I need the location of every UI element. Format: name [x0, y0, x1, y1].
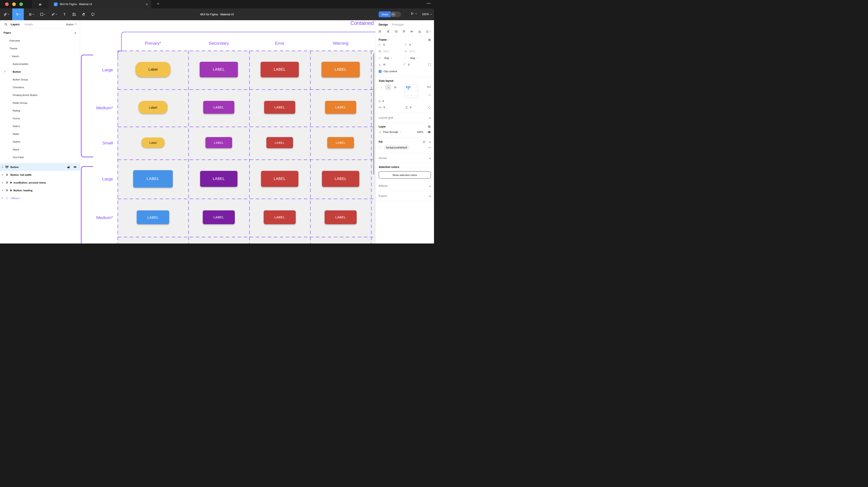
home-button[interactable] — [32, 0, 49, 8]
sidebar-page-radio-group[interactable]: Radio Group — [0, 99, 80, 107]
independent-corners-icon[interactable] — [428, 63, 431, 66]
button-sample[interactable]: LABEL — [200, 171, 238, 187]
sidebar-page-button-group[interactable]: Button Group — [0, 75, 80, 83]
unlock-icon[interactable] — [67, 165, 70, 168]
tidy-up-icon[interactable] — [426, 30, 431, 33]
checkbox-checked-icon[interactable]: ✓ — [379, 70, 381, 73]
hand-tool-button[interactable] — [80, 8, 88, 20]
new-tab-button[interactable]: + — [157, 2, 159, 6]
remove-auto-layout-button[interactable]: — — [428, 93, 431, 96]
sidebar-page-overview[interactable]: Overview — [0, 37, 80, 44]
eye-icon[interactable] — [428, 131, 431, 133]
button-sample[interactable]: LABEL — [260, 62, 299, 77]
sidebar-page-text-field[interactable]: Text Field — [0, 153, 80, 161]
disclosure-triangle-icon[interactable] — [2, 190, 3, 191]
shrink-icon[interactable] — [428, 38, 431, 41]
tab-prototype[interactable]: Prototype — [392, 23, 404, 26]
tab-design[interactable]: Design — [379, 23, 388, 26]
gap-field[interactable]: ]|[ 0 — [379, 98, 431, 104]
button-sample[interactable]: LABEL — [203, 101, 234, 114]
clip-content-row[interactable]: ✓ Clip content — [379, 68, 431, 75]
sidebar-page-button[interactable]: ✓Button — [0, 68, 80, 75]
zoom-level-dropdown[interactable]: 181% — [422, 13, 432, 16]
button-sample[interactable]: LABEL — [266, 137, 293, 148]
sidebar-page-stack[interactable]: Stack — [0, 145, 80, 153]
disclosure-triangle-icon[interactable] — [2, 174, 3, 176]
rotation-field[interactable]: 0° — [379, 63, 404, 66]
layer-row-iconbutton-account-menu[interactable]: IconButton: account menu — [0, 178, 80, 186]
frame-section-title[interactable]: Frame — [379, 38, 386, 41]
fill-color-swatch[interactable] — [379, 146, 382, 149]
sidebar-page-slider[interactable]: Slider — [0, 130, 80, 138]
sidebar-page-floating-action-button[interactable]: Floating Action Button — [0, 91, 80, 99]
align-vertical-center-icon[interactable] — [410, 30, 413, 33]
sidebar-page-theme[interactable]: Theme — [0, 44, 80, 52]
disclosure-triangle-icon[interactable] — [2, 182, 3, 184]
comment-tool-button[interactable] — [89, 8, 97, 20]
tab-layers[interactable]: Layers — [11, 23, 20, 26]
add-page-button[interactable]: + — [74, 31, 76, 35]
button-sample[interactable]: LABEL — [325, 101, 356, 114]
actions-tool-button[interactable] — [70, 8, 78, 20]
button-sample[interactable]: LABEL — [203, 210, 235, 224]
add-fill-button[interactable]: + — [429, 140, 431, 144]
button-sample[interactable]: LABEL — [261, 171, 299, 187]
independent-padding-icon[interactable] — [428, 106, 431, 109]
sidebar-page-switch[interactable]: Switch — [0, 138, 80, 145]
width-field[interactable]: 4541 — [383, 50, 389, 53]
vertical-padding-field[interactable]: 0 — [405, 106, 426, 109]
present-button[interactable] — [411, 12, 417, 15]
pen-tool-button[interactable] — [49, 8, 59, 20]
show-selection-colors-button[interactable]: Show selection colors — [379, 171, 431, 178]
button-sample[interactable]: LABEL — [264, 210, 296, 224]
remove-fill-button[interactable]: — — [428, 146, 431, 149]
align-left-icon[interactable] — [379, 30, 382, 33]
sidebar-page-select[interactable]: Select — [0, 122, 80, 130]
button-sample[interactable]: LABEL — [264, 101, 295, 114]
move-tool-button[interactable] — [12, 8, 24, 20]
y-field[interactable]: 0 — [409, 43, 411, 46]
chevron-down-icon[interactable] — [388, 39, 390, 40]
button-sample[interactable]: Label — [138, 101, 167, 114]
canvas[interactable]: Contained Primary* Secondary Error Warni… — [80, 20, 375, 244]
apply-styles-icon[interactable] — [423, 141, 426, 143]
horizontal-padding-field[interactable]: 0 — [379, 106, 403, 109]
window-zoom-button[interactable] — [19, 2, 23, 6]
align-horizontal-center-icon[interactable] — [386, 30, 390, 33]
button-sample[interactable]: LABEL — [321, 62, 360, 77]
text-tool-button[interactable]: T — [60, 8, 68, 20]
sidebar-page-autocomplete[interactable]: Autocomplete — [0, 60, 80, 68]
window-overflow-icon[interactable]: ••• — [427, 2, 431, 5]
button-sample[interactable]: Label — [135, 62, 170, 77]
fill-style-chip[interactable]: background/default — [384, 145, 409, 150]
dev-mode-toggle[interactable]: </> — [391, 11, 401, 17]
search-icon[interactable] — [4, 23, 7, 26]
layout-vertical-button[interactable]: ↓ — [379, 84, 384, 90]
window-minimize-button[interactable] — [12, 2, 16, 6]
frame-title[interactable]: Contained — [350, 20, 374, 26]
sidebar-page-inputs[interactable]: ↓Inputs — [0, 52, 80, 60]
figma-menu-button[interactable] — [2, 8, 11, 20]
tab-close-icon[interactable]: ✕ — [146, 3, 148, 6]
button-sample[interactable]: LABEL — [133, 170, 173, 188]
disclosure-triangle-icon[interactable] — [2, 166, 3, 168]
align-bottom-icon[interactable] — [418, 30, 421, 33]
sidebar-page-forms[interactable]: Forms — [0, 115, 80, 122]
button-sample[interactable]: LABEL — [322, 171, 359, 187]
add-stroke-button[interactable]: + — [429, 156, 431, 160]
button-sample[interactable]: LABEL — [206, 137, 232, 148]
canvas-scrollbar[interactable] — [373, 54, 374, 175]
opacity-field[interactable]: 100% — [417, 131, 423, 133]
alignment-widget[interactable] — [404, 84, 418, 98]
sidebar-page-rating[interactable]: Rating — [0, 107, 80, 115]
button-sample[interactable]: Label — [142, 137, 164, 148]
x-field[interactable]: 0 — [383, 43, 385, 46]
page-selector[interactable]: Button — [66, 23, 76, 26]
align-right-icon[interactable] — [395, 30, 398, 33]
frame-tool-button[interactable] — [26, 8, 36, 20]
button-sample[interactable]: LABEL — [324, 210, 356, 224]
auto-layout-more-icon[interactable]: ••• — [427, 86, 431, 89]
tab-assets[interactable]: Assets — [25, 23, 33, 26]
mask-icon[interactable] — [428, 125, 431, 128]
layer-row-button[interactable]: Button — [0, 163, 80, 171]
